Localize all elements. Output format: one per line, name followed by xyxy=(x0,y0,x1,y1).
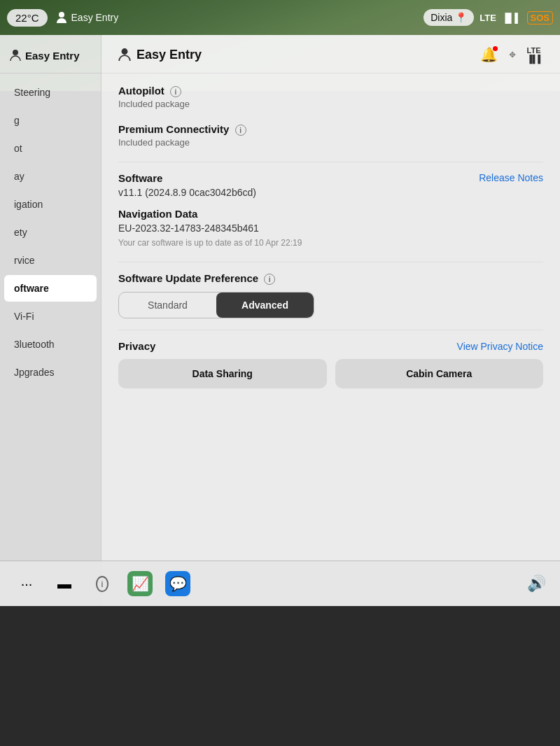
taskbar-stocks-app[interactable]: 📈 xyxy=(127,571,153,596)
chat-icon: 💬 xyxy=(169,575,187,592)
temperature-display: 22°C xyxy=(7,9,48,27)
person-icon-panel xyxy=(118,48,131,62)
sidebar-item-bluetooth[interactable]: 3luetooth xyxy=(4,331,97,358)
premium-connectivity-info-icon[interactable]: i xyxy=(235,125,246,136)
premium-connectivity-value: Included package xyxy=(118,137,543,148)
software-section: Software Release Notes v11.1 (2024.8.9 0… xyxy=(118,172,543,198)
person-icon-status xyxy=(56,11,67,24)
update-preference-toggle: Standard Advanced xyxy=(118,292,314,318)
main-panel: Easy Entry 🔔 ⌖ LTE▐▌▌ Autopilot i Includ… xyxy=(102,35,560,606)
taskbar-info-button[interactable]: i xyxy=(90,571,115,596)
panel-header: Easy Entry 🔔 ⌖ LTE▐▌▌ xyxy=(102,35,560,73)
stocks-icon: 📈 xyxy=(132,575,149,592)
autopilot-value: Included package xyxy=(118,99,543,109)
svg-point-0 xyxy=(59,12,64,17)
software-row: Software Release Notes xyxy=(118,172,543,187)
autopilot-label: Autopilot i xyxy=(118,85,543,97)
navigation-data-value: EU-2023.32-14783-248345b461 xyxy=(118,223,543,234)
sidebar-item-software[interactable]: oftware xyxy=(4,275,97,302)
status-bar: 22°C Easy Entry Dixia 📍 LTE ▐▌▌ SOS xyxy=(0,0,560,35)
preference-info-icon[interactable]: i xyxy=(264,274,275,285)
sidebar-item-wifi[interactable]: Vi-Fi xyxy=(4,303,97,330)
panel-content: Autopilot i Included package Premium Con… xyxy=(102,73,560,400)
notification-dot xyxy=(493,46,498,51)
taskbar: ··· ▬ i 📈 💬 🔊 xyxy=(0,561,560,606)
autopilot-section: Autopilot i Included package xyxy=(118,85,543,109)
lte-panel-icon: LTE▐▌▌ xyxy=(527,46,543,63)
sos-button[interactable]: SOS xyxy=(527,11,553,24)
volume-icon[interactable]: 🔊 xyxy=(527,575,546,592)
sidebar-item-ot[interactable]: ot xyxy=(4,135,97,162)
standard-option-button[interactable]: Standard xyxy=(119,293,216,318)
location-name: Dixia xyxy=(430,12,452,23)
profile-label: Easy Entry xyxy=(71,12,119,23)
navigation-data-section: Navigation Data EU-2023.32-14783-248345b… xyxy=(118,208,543,248)
location-pin-icon: 📍 xyxy=(455,12,467,23)
autopilot-info-icon[interactable]: i xyxy=(170,86,181,97)
person-icon-sidebar xyxy=(10,49,21,62)
main-screen: Easy Entry Steering g ot ay igation ety … xyxy=(0,35,560,606)
privacy-label: Privacy xyxy=(118,340,155,352)
view-privacy-notice-link[interactable]: View Privacy Notice xyxy=(457,341,543,352)
sidebar-item-display[interactable]: ay xyxy=(4,163,97,190)
software-label: Software xyxy=(118,172,162,184)
bluetooth-icon: ⌖ xyxy=(509,48,516,62)
sidebar-item-safety[interactable]: ety xyxy=(4,219,97,246)
divider-2 xyxy=(118,262,543,262)
privacy-row: Privacy View Privacy Notice xyxy=(118,340,543,352)
sidebar-item-navigation[interactable]: igation xyxy=(4,191,97,218)
menu-icon: ▬ xyxy=(57,576,71,592)
sidebar-item-g[interactable]: g xyxy=(4,107,97,134)
lte-indicator: LTE xyxy=(479,13,496,23)
sidebar-header: Easy Entry xyxy=(0,42,101,73)
divider-3 xyxy=(118,330,543,330)
taskbar-center: 🔊 xyxy=(527,575,546,593)
cabin-camera-button[interactable]: Cabin Camera xyxy=(335,359,544,388)
sidebar-header-label: Easy Entry xyxy=(25,50,80,62)
privacy-buttons: Data Sharing Cabin Camera xyxy=(118,359,543,388)
svg-point-1 xyxy=(13,50,18,55)
info-icon: i xyxy=(96,576,109,592)
taskbar-chat-app[interactable]: 💬 xyxy=(165,571,190,596)
sidebar-item-service[interactable]: rvice xyxy=(4,247,97,274)
premium-connectivity-section: Premium Connectivity i Included package xyxy=(118,123,543,148)
sidebar: Easy Entry Steering g ot ay igation ety … xyxy=(0,35,102,606)
divider-1 xyxy=(118,162,543,162)
software-version: v11.1 (2024.8.9 0cac3042b6cd) xyxy=(118,187,543,198)
notification-bell[interactable]: 🔔 xyxy=(480,46,498,63)
taskbar-menu-button[interactable]: ▬ xyxy=(52,571,77,596)
sidebar-item-upgrades[interactable]: Jpgrades xyxy=(4,359,97,386)
signal-bars-icon: ▐▌▌ xyxy=(502,13,522,23)
svg-point-2 xyxy=(122,48,128,55)
background-bottom xyxy=(0,592,560,746)
sidebar-item-steering[interactable]: Steering xyxy=(4,79,97,106)
navigation-data-label: Navigation Data xyxy=(118,208,543,220)
taskbar-left: ··· ▬ i 📈 💬 xyxy=(14,571,190,596)
privacy-section: Privacy View Privacy Notice Data Sharing… xyxy=(118,340,543,388)
profile-status: Easy Entry xyxy=(56,11,119,24)
panel-title-text: Easy Entry xyxy=(136,48,202,62)
premium-connectivity-label: Premium Connectivity i xyxy=(118,123,543,136)
preference-label: Software Update Preference i xyxy=(118,272,543,285)
panel-icons: 🔔 ⌖ LTE▐▌▌ xyxy=(480,46,543,63)
advanced-option-button[interactable]: Advanced xyxy=(216,293,314,318)
location-pill: Dixia 📍 xyxy=(424,9,474,26)
up-to-date-text: Your car software is up to date as of 10… xyxy=(118,238,543,248)
taskbar-dots-button[interactable]: ··· xyxy=(14,571,39,596)
panel-title: Easy Entry xyxy=(118,48,202,62)
release-notes-link[interactable]: Release Notes xyxy=(479,172,543,183)
dots-icon: ··· xyxy=(21,576,33,592)
data-sharing-button[interactable]: Data Sharing xyxy=(118,359,327,388)
software-update-preference-section: Software Update Preference i Standard Ad… xyxy=(118,272,543,318)
